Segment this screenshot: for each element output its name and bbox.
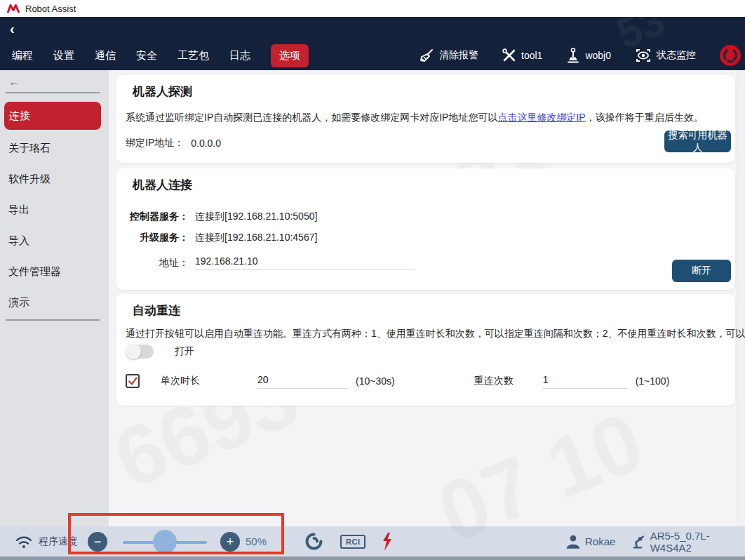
- controller-service-label: 控制器服务：: [126, 211, 189, 223]
- duration-label: 单次时长: [161, 375, 200, 387]
- toggle-knob: [126, 344, 141, 359]
- lightning-bolt-icon: [381, 532, 394, 552]
- clear-alarm-button[interactable]: 清除报警: [419, 48, 478, 63]
- bind-ip-label: 绑定IP地址：: [126, 137, 184, 149]
- bottom-status-bar: 程序速度 − + 50% RCI Rokae AR5-5_0.7L-W4S4A2: [0, 526, 745, 556]
- duration-range: (10~30s): [356, 375, 395, 387]
- detection-description: 系统通过监听绑定IP自动探测已连接的机器人，如需要修改绑定网卡对应IP地址您可以…: [126, 112, 704, 124]
- wobj-selector[interactable]: wobj0: [566, 48, 611, 63]
- app-logo-icon: [7, 4, 20, 13]
- sidebar: ← 连接 关于珞石 软件升级 导出 导入 文件管理器 演示: [0, 70, 109, 526]
- reconnect-params-row: 单次时长 (10~30s) 重连次数 (1~100): [126, 369, 669, 393]
- spinner-logo-icon: [304, 532, 323, 551]
- sidebar-item-import[interactable]: 导入: [0, 225, 109, 256]
- count-label: 重连次数: [474, 375, 514, 387]
- toggle-label: 打开: [175, 345, 194, 358]
- clear-alarm-label: 清除报警: [439, 49, 478, 62]
- check-icon: [127, 375, 138, 387]
- tool-label: tool1: [521, 50, 542, 61]
- panel-title: 自动重连: [133, 302, 180, 319]
- upgrade-service-row: 升级服务： 连接到[192.168.21.10:4567]: [126, 232, 317, 244]
- user-icon: [565, 534, 581, 549]
- sidebar-divider-top: [6, 92, 100, 93]
- controller-service-row: 控制器服务： 连接到[192.168.21.10:5050]: [126, 211, 317, 223]
- program-speed-label: 程序速度: [39, 535, 78, 548]
- tab-programming[interactable]: 编程: [12, 49, 33, 62]
- sidebar-back-arrow[interactable]: ←: [8, 76, 20, 88]
- nav-actions: 清除报警 tool1 wobj0 状态监: [419, 42, 741, 69]
- bind-ip-value: 0.0.0.0: [191, 138, 221, 149]
- wifi-icon: [14, 533, 34, 550]
- address-label: 地址：: [126, 255, 189, 269]
- sidebar-item-software-upgrade[interactable]: 软件升级: [0, 164, 109, 194]
- speed-increase-button[interactable]: +: [220, 532, 240, 552]
- program-speed-section: 程序速度: [39, 526, 78, 556]
- content-area: 机器人探测 系统通过监听绑定IP自动探测已连接的机器人，如需要修改绑定网卡对应I…: [109, 70, 745, 526]
- duration-input[interactable]: [257, 374, 349, 389]
- nav-tabs: 编程 设置 通信 安全 工艺包 日志 选项: [12, 42, 309, 69]
- status-monitor-button[interactable]: 状态监控: [635, 48, 696, 63]
- tab-process-package[interactable]: 工艺包: [177, 49, 209, 62]
- speed-slider-knob[interactable]: [153, 530, 177, 554]
- duration-checkbox[interactable]: [126, 374, 140, 388]
- sync-status[interactable]: [304, 526, 323, 556]
- status-monitor-label: 状态监控: [657, 49, 696, 62]
- user-name: Rokae: [585, 535, 615, 547]
- description-text: ，该操作将于重启后生效。: [586, 112, 704, 123]
- estop-status-icon[interactable]: [720, 45, 741, 66]
- tab-options[interactable]: 选项: [271, 44, 309, 67]
- tab-safety[interactable]: 安全: [136, 49, 157, 62]
- search-robots-button[interactable]: 搜索可用机器人: [664, 131, 731, 152]
- robot-model-selector[interactable]: AR5-5_0.7L-W4S4A2: [631, 526, 745, 556]
- panel-robot-detection: 机器人探测 系统通过监听绑定IP自动探测已连接的机器人，如需要修改绑定网卡对应I…: [116, 75, 735, 163]
- panel-auto-reconnect: 自动重连 通过打开按钮可以启用自动重连功能。重连方式有两种：1、使用重连时长和次…: [116, 294, 735, 406]
- address-row: 地址：: [126, 255, 415, 270]
- wobj-label: wobj0: [585, 50, 611, 61]
- controller-service-value: 连接到[192.168.21.10:5050]: [195, 211, 317, 223]
- count-input[interactable]: [543, 374, 627, 389]
- sidebar-divider-bottom: [6, 319, 100, 321]
- sidebar-item-file-manager[interactable]: 文件管理器: [0, 256, 109, 287]
- description-text: 系统通过监听绑定IP自动探测已连接的机器人，如需要修改绑定网卡对应IP地址您可以: [126, 112, 497, 123]
- user-account[interactable]: Rokae: [565, 526, 615, 556]
- broom-icon: [419, 48, 434, 63]
- joystick-icon: [566, 48, 580, 63]
- main-navbar: 53 ‹ 编程 设置 通信 安全 工艺包 日志 选项 清除报警 tool1: [0, 17, 745, 70]
- sidebar-item-about-rokae[interactable]: 关于珞石: [0, 133, 109, 164]
- reconnect-toggle[interactable]: [126, 345, 154, 359]
- panel-title: 机器人连接: [133, 177, 192, 193]
- eye-monitor-icon: [635, 48, 652, 63]
- panel-title: 机器人探测: [133, 84, 192, 100]
- power-alert: [381, 526, 394, 556]
- bind-ip-row: 绑定IP地址： 0.0.0.0: [126, 137, 221, 149]
- nav-back-button[interactable]: ‹: [10, 21, 15, 37]
- app-title: Robot Assist: [25, 4, 76, 14]
- sidebar-list: 连接 关于珞石 软件升级 导出 导入 文件管理器 演示: [0, 102, 109, 318]
- robot-arm-icon: [631, 534, 646, 549]
- upgrade-service-label: 升级服务：: [126, 232, 189, 244]
- disconnect-button[interactable]: 断开: [672, 260, 731, 282]
- modify-bind-ip-link[interactable]: 点击这里修改绑定IP: [497, 112, 585, 123]
- tab-communication[interactable]: 通信: [95, 49, 116, 62]
- sidebar-item-export[interactable]: 导出: [0, 194, 109, 225]
- count-range: (1~100): [636, 375, 670, 387]
- speed-value: 50%: [246, 535, 267, 547]
- reconnect-toggle-row: 打开: [126, 345, 194, 359]
- speed-decrease-button[interactable]: −: [88, 532, 107, 552]
- robot-model: AR5-5_0.7L-W4S4A2: [650, 530, 745, 554]
- panel-robot-connection: 机器人连接 控制器服务： 连接到[192.168.21.10:5050] 升级服…: [116, 168, 735, 290]
- scrollbar-track[interactable]: [737, 70, 745, 526]
- window-titlebar: Robot Assist: [0, 0, 745, 17]
- rci-badge[interactable]: RCI: [340, 535, 365, 549]
- tool-selector[interactable]: tool1: [502, 48, 542, 62]
- reconnect-description: 通过打开按钮可以启用自动重连功能。重连方式有两种：1、使用重连时长和次数，可以指…: [126, 328, 745, 340]
- sidebar-item-connection[interactable]: 连接: [4, 102, 101, 130]
- tab-settings[interactable]: 设置: [53, 49, 74, 62]
- bottom-edge-strip: [0, 556, 745, 560]
- address-input[interactable]: [195, 255, 415, 270]
- tab-log[interactable]: 日志: [229, 49, 250, 62]
- tools-icon: [502, 48, 516, 62]
- upgrade-service-value: 连接到[192.168.21.10:4567]: [195, 232, 317, 244]
- sidebar-item-demo[interactable]: 演示: [0, 287, 109, 318]
- wifi-status: [14, 526, 34, 556]
